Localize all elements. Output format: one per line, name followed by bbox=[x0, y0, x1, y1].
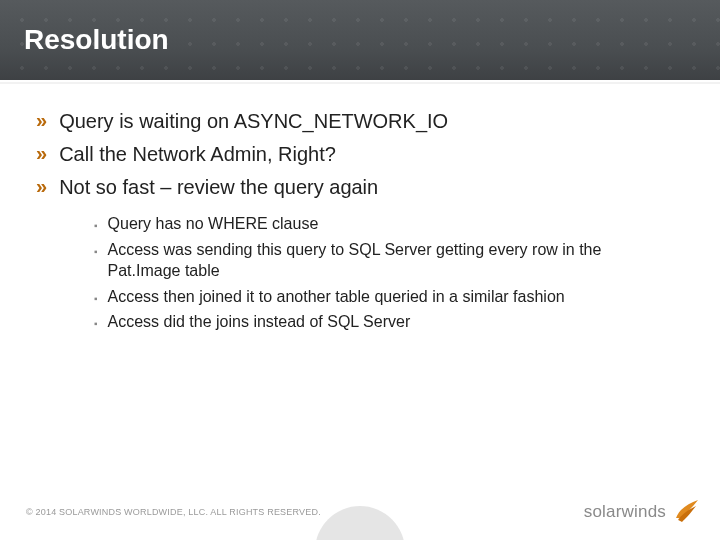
list-item: ▪ Access was sending this query to SQL S… bbox=[94, 239, 684, 282]
square-icon: ▪ bbox=[94, 246, 98, 257]
logo-text: solarwinds bbox=[584, 502, 666, 522]
list-item-text: Access then joined it to another table q… bbox=[108, 286, 565, 308]
copyright-text: © 2014 SOLARWINDS WORLDWIDE, LLC. ALL RI… bbox=[26, 507, 321, 517]
list-item-text: Access was sending this query to SQL Ser… bbox=[108, 239, 648, 282]
logo: solarwinds bbox=[584, 498, 700, 526]
slide-content: » Query is waiting on ASYNC_NETWORK_IO »… bbox=[0, 82, 720, 333]
list-item: ▪ Access then joined it to another table… bbox=[94, 286, 684, 308]
flame-icon bbox=[672, 498, 700, 526]
square-icon: ▪ bbox=[94, 293, 98, 304]
slide: Resolution » Query is waiting on ASYNC_N… bbox=[0, 0, 720, 540]
list-item: ▪ Query has no WHERE clause bbox=[94, 213, 684, 235]
list-item-text: Not so fast – review the query again bbox=[59, 174, 378, 201]
list-item: » Query is waiting on ASYNC_NETWORK_IO bbox=[36, 108, 684, 135]
list-item-text: Access did the joins instead of SQL Serv… bbox=[108, 311, 411, 333]
list-item-text: Query has no WHERE clause bbox=[108, 213, 319, 235]
list-item-text: Query is waiting on ASYNC_NETWORK_IO bbox=[59, 108, 448, 135]
primary-list: » Query is waiting on ASYNC_NETWORK_IO »… bbox=[36, 108, 684, 201]
list-item-text: Call the Network Admin, Right? bbox=[59, 141, 336, 168]
chevron-icon: » bbox=[36, 141, 47, 165]
chevron-icon: » bbox=[36, 108, 47, 132]
list-item: » Not so fast – review the query again bbox=[36, 174, 684, 201]
slide-footer: © 2014 SOLARWINDS WORLDWIDE, LLC. ALL RI… bbox=[0, 492, 720, 540]
slide-header: Resolution bbox=[0, 0, 720, 82]
list-item: ▪ Access did the joins instead of SQL Se… bbox=[94, 311, 684, 333]
sub-list: ▪ Query has no WHERE clause ▪ Access was… bbox=[94, 213, 684, 333]
list-item: » Call the Network Admin, Right? bbox=[36, 141, 684, 168]
square-icon: ▪ bbox=[94, 318, 98, 329]
square-icon: ▪ bbox=[94, 220, 98, 231]
slide-title: Resolution bbox=[24, 24, 169, 56]
chevron-icon: » bbox=[36, 174, 47, 198]
